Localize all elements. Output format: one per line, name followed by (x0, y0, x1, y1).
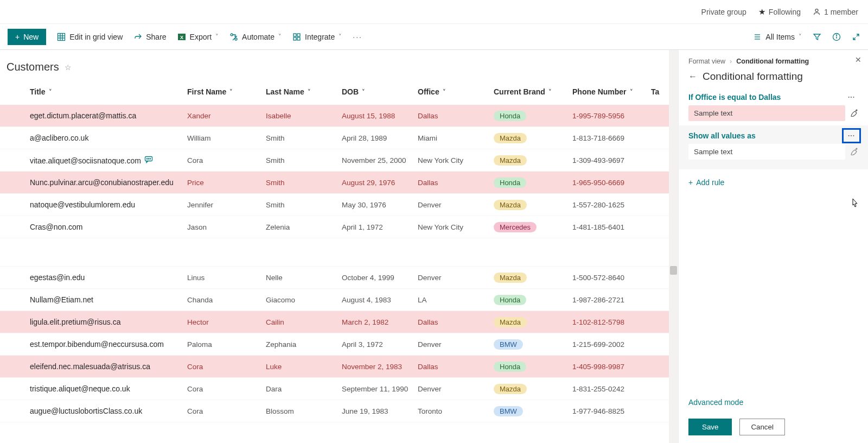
cell-dob: August 29, 1976 (342, 179, 418, 187)
svg-rect-13 (297, 37, 300, 40)
table-row[interactable]: Nullam@Etiam.netChandaGiacomoAugust 4, 1… (0, 289, 678, 311)
cell-dob: September 11, 1990 (342, 385, 418, 393)
comment-icon[interactable] (144, 156, 153, 165)
rule-condition-2[interactable]: Show all values as (688, 131, 756, 140)
rule-1-more-button[interactable]: ··· (845, 92, 858, 102)
following-label: Following (769, 8, 801, 16)
rule-condition-1[interactable]: If Office is equal to Dallas (688, 93, 781, 102)
members-link[interactable]: 1 member (813, 8, 858, 16)
chevron-down-icon: ˅ (215, 33, 219, 40)
share-button[interactable]: Share (133, 33, 166, 41)
cell-dob: October 4, 1999 (342, 274, 418, 282)
table-row[interactable]: Cras@non.comJasonZeleniaApril 1, 1972New… (0, 216, 678, 238)
overflow-button[interactable]: ··· (353, 33, 362, 41)
svg-rect-10 (293, 34, 296, 36)
cell-title: a@aclibero.co.uk (30, 134, 187, 142)
chevron-down-icon: ˅ (443, 88, 446, 96)
cell-last: Luke (266, 363, 342, 371)
star-icon: ★ (758, 7, 765, 17)
column-header-brand[interactable]: Current Brand˅ (494, 87, 572, 96)
table-row[interactable]: natoque@vestibulumlorem.eduJenniferSmith… (0, 194, 678, 216)
edit-style-icon[interactable] (851, 108, 858, 118)
cell-phone: 1-831-255-0242 (572, 385, 651, 393)
cell-office: New York City (418, 223, 494, 231)
cell-phone: 1-977-946-8825 (572, 407, 651, 415)
cell-brand: Mazda (494, 155, 572, 166)
table-row[interactable]: eget.dictum.placerat@mattis.caXanderIsab… (0, 105, 678, 127)
column-header-phone[interactable]: Phone Number˅ (572, 87, 651, 96)
cell-phone: 1-813-718-6669 (572, 134, 651, 142)
table-row[interactable]: vitae.aliquet@sociisnatoque.comCoraSmith… (0, 149, 678, 172)
table-row[interactable]: est.tempor.bibendum@neccursusa.comPaloma… (0, 333, 678, 356)
cell-first: Cora (187, 156, 266, 164)
following-link[interactable]: ★Following (758, 7, 801, 17)
svg-rect-1 (58, 33, 65, 40)
cell-phone: 1-102-812-5798 (572, 318, 651, 326)
add-rule-button[interactable]: + Add rule (688, 178, 858, 187)
column-header-last[interactable]: Last Name˅ (266, 87, 342, 96)
column-header-ta[interactable]: Ta (651, 87, 667, 96)
svg-point-9 (235, 38, 237, 40)
cell-brand: Mazda (494, 133, 572, 143)
site-header: Private group ★Following 1 member (0, 0, 868, 24)
advanced-mode-link[interactable]: Advanced mode (688, 398, 858, 407)
cell-phone: 1-500-572-8640 (572, 274, 651, 282)
view-selector[interactable]: All Items ˅ (753, 33, 802, 41)
column-header-dob[interactable]: DOB˅ (342, 87, 418, 96)
cell-dob: March 2, 1982 (342, 318, 418, 326)
edit-grid-button[interactable]: Edit in grid view (57, 33, 123, 41)
cell-office: Dallas (418, 179, 494, 187)
info-button[interactable] (832, 33, 841, 41)
scroll-thumb[interactable] (670, 266, 677, 275)
export-button[interactable]: X Export ˅ (177, 33, 219, 41)
edit-style-icon[interactable] (851, 147, 858, 157)
cell-brand: Mazda (494, 200, 572, 210)
new-button[interactable]: + New (8, 29, 46, 45)
cell-dob: August 15, 1988 (342, 112, 418, 120)
chevron-down-icon: ˅ (229, 88, 233, 96)
view-label: All Items (765, 33, 795, 41)
column-header-first[interactable]: First Name˅ (187, 87, 266, 96)
table-row[interactable]: tristique.aliquet@neque.co.ukCoraDaraSep… (0, 378, 678, 400)
column-header-office[interactable]: Office˅ (418, 87, 494, 96)
svg-text:X: X (180, 35, 183, 40)
table-row[interactable]: egestas@in.eduLinusNelleOctober 4, 1999D… (0, 267, 678, 289)
table-row[interactable]: Nunc.pulvinar.arcu@conubianostraper.eduP… (0, 172, 678, 194)
svg-point-0 (815, 9, 818, 12)
expand-icon (852, 33, 860, 41)
back-arrow-icon[interactable]: ← (688, 72, 697, 81)
table-row[interactable]: augue@luctuslobortisClass.co.ukCoraBloss… (0, 400, 678, 422)
column-header-title[interactable]: Title˅ (30, 87, 187, 96)
more-icon: ··· (353, 33, 362, 41)
rule-2-more-button[interactable]: ··· (845, 131, 858, 141)
cancel-button[interactable]: Cancel (739, 419, 785, 435)
share-label: Share (146, 33, 166, 41)
plus-icon: + (15, 33, 20, 41)
chevron-down-icon: ˅ (548, 88, 552, 96)
filter-button[interactable] (813, 33, 821, 41)
cell-first: Cora (187, 407, 266, 415)
table-row[interactable]: eleifend.nec.malesuada@atrisus.caCoraLuk… (0, 356, 678, 378)
automate-button[interactable]: Automate ˅ (229, 33, 282, 41)
person-icon (813, 8, 821, 16)
breadcrumb-format-view[interactable]: Format view (688, 58, 725, 65)
cell-office: Denver (418, 201, 494, 209)
table-row[interactable]: ligula.elit.pretium@risus.caHectorCailin… (0, 311, 678, 333)
close-icon[interactable]: ✕ (855, 55, 861, 64)
cursor-pointer-icon (850, 198, 860, 211)
table-row[interactable]: a@aclibero.co.ukWilliamSmithApril 28, 19… (0, 127, 678, 149)
automate-label: Automate (242, 33, 275, 41)
export-label: Export (190, 33, 212, 41)
breadcrumb-current: Conditional formatting (736, 58, 809, 65)
svg-point-21 (146, 158, 147, 159)
chevron-down-icon: ˅ (339, 33, 342, 40)
favorite-star-icon[interactable]: ☆ (65, 63, 72, 72)
save-button[interactable]: Save (688, 419, 732, 435)
expand-button[interactable] (852, 33, 860, 41)
breadcrumb: Format view › Conditional formatting (688, 58, 858, 65)
scrollbar[interactable] (669, 50, 678, 443)
cell-phone: 1-481-185-6401 (572, 223, 651, 231)
integrate-button[interactable]: Integrate ˅ (292, 33, 342, 41)
cell-dob: April 28, 1989 (342, 134, 418, 142)
cell-first: Paloma (187, 340, 266, 349)
